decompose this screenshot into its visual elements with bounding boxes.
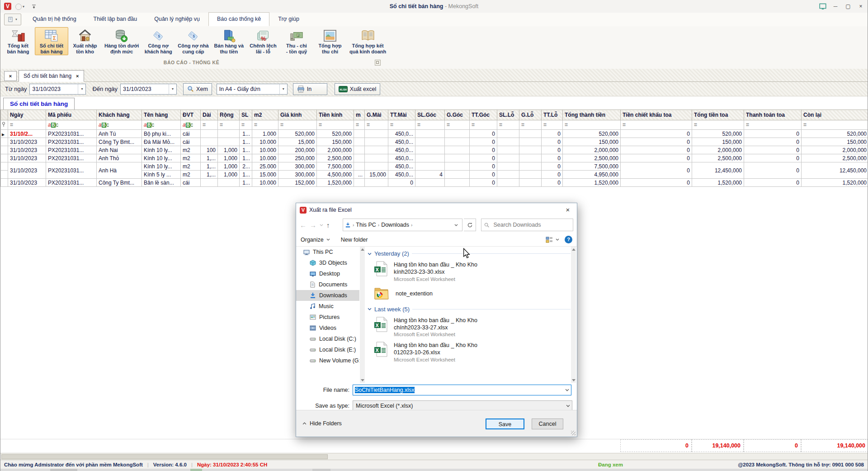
- cell-tiền-kính[interactable]: 7,500,000: [317, 162, 354, 171]
- cell-thanh-toán-toa[interactable]: 0: [744, 146, 802, 154]
- cell-g-mài[interactable]: [365, 179, 388, 187]
- cell-g-lỗ[interactable]: [519, 138, 542, 146]
- cell-g-góc[interactable]: [445, 138, 470, 146]
- cell-g-lỗ[interactable]: [519, 146, 542, 154]
- cell-đvt[interactable]: m2: [181, 171, 201, 179]
- column-header-tiền-kính[interactable]: Tiền kính: [317, 110, 354, 120]
- cell-đvt[interactable]: cái: [181, 138, 201, 146]
- cell-rộng[interactable]: [218, 138, 240, 146]
- fullscreen-button[interactable]: [819, 2, 827, 10]
- row-gutter[interactable]: [1, 146, 8, 154]
- export-excel-button[interactable]: XLSX Xuất excel: [335, 83, 380, 95]
- search-box[interactable]: [481, 219, 573, 231]
- cell-giá-kính[interactable]: 200,000: [278, 146, 317, 154]
- filter-cell-numeric[interactable]: =: [317, 120, 354, 130]
- column-header-tên-hàng[interactable]: Tên hàng: [142, 110, 181, 120]
- filter-cell-numeric[interactable]: =: [692, 120, 744, 130]
- column-header-tiền-chiết-khấu-toa[interactable]: Tiền chiết khấu toa: [621, 110, 692, 120]
- cell-g-mài[interactable]: [365, 130, 388, 138]
- view-button[interactable]: Xem: [183, 83, 212, 95]
- report-tab[interactable]: Sổ chi tiết bán hàng: [3, 98, 75, 110]
- cell-giá-kính[interactable]: 300,000: [278, 162, 317, 171]
- document-tab-close-icon[interactable]: ×: [76, 73, 79, 79]
- cell-tổng-tiền-toa[interactable]: 2,500,000: [692, 154, 744, 162]
- cell-tổng-thành-tiền[interactable]: 4,950,000: [563, 171, 621, 179]
- cell-sl[interactable]: 2...: [240, 162, 252, 171]
- maximize-button[interactable]: ▢: [844, 2, 852, 10]
- cell-ngày[interactable]: 31/10/2023: [8, 162, 46, 179]
- refresh-button[interactable]: [464, 219, 476, 231]
- cell-giá-kính[interactable]: 300,000: [278, 171, 317, 179]
- sidebar-item-new-volume-g-[interactable]: New Volume (G:): [296, 355, 359, 366]
- cell-tt-mài[interactable]: 450,0...: [388, 130, 415, 138]
- app-menu-button[interactable]: ▾: [4, 14, 21, 25]
- cell-tổng-tiền-toa[interactable]: 150,000: [692, 138, 744, 146]
- help-button[interactable]: ?: [565, 236, 572, 243]
- sidebar-scroll-up-icon[interactable]: [360, 247, 365, 252]
- cell-m2[interactable]: 10.000: [252, 146, 278, 154]
- ribbon-tab-trợ-giúp[interactable]: Trợ giúp: [269, 12, 308, 26]
- filter-pin-icon[interactable]: [1, 120, 8, 130]
- file-scroll-down-icon[interactable]: [571, 377, 576, 383]
- cell-tổng-tiền-toa[interactable]: 2,000,000: [692, 146, 744, 154]
- sidebar-item-desktop[interactable]: Desktop: [296, 268, 359, 279]
- cell-ngày[interactable]: 31/10/2023: [8, 138, 46, 146]
- from-date-input[interactable]: 31/10/2023 ▾: [29, 84, 86, 95]
- cell-mã-phiếu[interactable]: PX20231031...: [46, 146, 97, 154]
- filter-cell-numeric[interactable]: =: [8, 120, 46, 130]
- cell-sl-góc[interactable]: [415, 138, 445, 146]
- sidebar-item-videos[interactable]: Videos: [296, 323, 359, 333]
- nav-back-icon[interactable]: ←: [300, 221, 307, 229]
- file-name-input[interactable]: SoChiTietBanHang.xlsx: [353, 385, 571, 395]
- cell-tt-mài[interactable]: 450,0...: [388, 138, 415, 146]
- filter-cell-numeric[interactable]: =: [278, 120, 317, 130]
- sidebar-item-local-disk-e-[interactable]: Local Disk (E:): [296, 344, 359, 355]
- filter-cell-numeric[interactable]: =: [621, 120, 692, 130]
- cell-khách-hàng[interactable]: Công Ty Bmt...: [97, 138, 142, 146]
- column-header-sl-góc[interactable]: SL.Góc: [415, 110, 445, 120]
- cell-dài[interactable]: 1,...: [201, 171, 218, 179]
- cell-tiền-kính[interactable]: 150,000: [317, 138, 354, 146]
- cell-tổng-thành-tiền[interactable]: 2,500,000: [563, 154, 621, 162]
- cell-tt-góc[interactable]: 0: [470, 130, 497, 138]
- filter-cell-text[interactable]: aBc: [46, 120, 97, 130]
- paper-size-select[interactable]: In A4 - Giấy đứn ▾: [217, 84, 288, 95]
- cell-rộng[interactable]: 1,000: [218, 146, 240, 154]
- ribbon-button-xuất-nhập[interactable]: Xuất nhập tồn kho: [68, 27, 102, 55]
- column-header-ngày[interactable]: Ngày: [8, 110, 46, 120]
- cell-thanh-toán-toa[interactable]: 0: [744, 130, 802, 138]
- file-item[interactable]: XHàng tồn kho ban đầu _ Kho Kho chính202…: [368, 314, 571, 340]
- cell-rộng[interactable]: 1,000: [218, 171, 240, 179]
- ribbon-button-tổng-hợp[interactable]: Tổng hợp thu chi: [313, 27, 347, 55]
- cell-g-góc[interactable]: [445, 171, 470, 179]
- cell-rộng[interactable]: [218, 130, 240, 138]
- row-gutter[interactable]: [1, 171, 8, 179]
- cell-sl-góc[interactable]: [415, 154, 445, 162]
- cell-tt-mài[interactable]: 450,0...: [388, 146, 415, 154]
- cell-m[interactable]: [354, 130, 365, 138]
- column-header-sl[interactable]: SL: [240, 110, 252, 120]
- cell-tên-hàng[interactable]: Kính 10 ly...: [142, 162, 181, 171]
- file-item[interactable]: note_extention: [368, 284, 571, 303]
- cell-tổng-tiền-toa[interactable]: 12,450,000: [692, 162, 744, 179]
- column-header-dài[interactable]: Dài: [201, 110, 218, 120]
- filter-cell-numeric[interactable]: =: [519, 120, 542, 130]
- ribbon-button-tổng-hợp-kết[interactable]: Tổng hợp kết quả kinh doanh: [347, 27, 389, 55]
- column-header-m2[interactable]: m2: [252, 110, 278, 120]
- column-header-g-lỗ[interactable]: G.Lỗ: [519, 110, 542, 120]
- cell-sl-góc[interactable]: [415, 179, 445, 187]
- cell-tổng-tiền-toa[interactable]: 1,520,000: [692, 179, 744, 187]
- cell-tên-hàng[interactable]: Kính 10 ly...: [142, 154, 181, 162]
- cell-tiền-chiết-khấu-toa[interactable]: 0: [621, 162, 692, 179]
- cell-tổng-thành-tiền[interactable]: 2,000,000: [563, 146, 621, 154]
- column-header-thanh-toán-toa[interactable]: Thanh toán toa: [744, 110, 802, 120]
- cell-m[interactable]: [354, 179, 365, 187]
- cell-tt-lỗ[interactable]: 0: [542, 154, 563, 162]
- cell-mã-phiếu[interactable]: PX20231031...: [46, 130, 97, 138]
- file-name-dropdown-icon[interactable]: [563, 389, 571, 391]
- cell-tổng-thành-tiền[interactable]: 520,000: [563, 130, 621, 138]
- filter-cell-numeric[interactable]: =: [240, 120, 252, 130]
- cell-g-mài[interactable]: [365, 162, 388, 171]
- column-header-giá-kính[interactable]: Giá kính: [278, 110, 317, 120]
- filter-cell-numeric[interactable]: =: [354, 120, 365, 130]
